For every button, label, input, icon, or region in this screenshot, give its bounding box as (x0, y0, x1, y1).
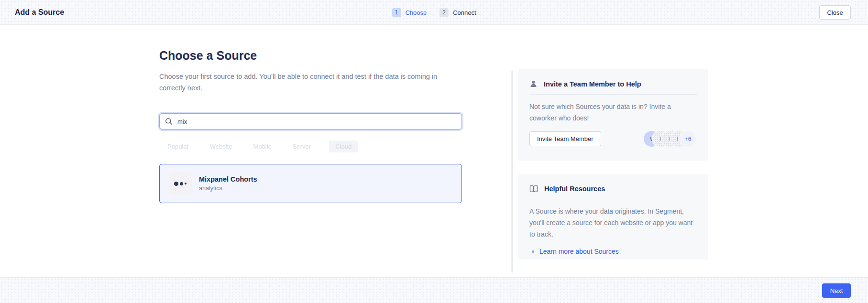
step-connect[interactable]: 2 Connect (439, 8, 476, 17)
tab-website[interactable]: Website (210, 143, 232, 150)
divider (529, 94, 697, 95)
search-input[interactable] (159, 113, 462, 130)
category-tabs: Popular Website Mobile Server Cloud (159, 140, 462, 152)
next-button[interactable]: Next (822, 283, 851, 298)
source-card-title: Mixpanel Cohorts (199, 175, 257, 183)
modal-header: Add a Source 1 Choose 2 Connect Close (0, 0, 868, 25)
help-sidebar: Invite a Team Member to Help Not sure wh… (518, 69, 708, 260)
choose-source-section: Choose a Source Choose your first source… (159, 25, 462, 203)
invite-panel-title: Invite a Team Member to Help (544, 80, 641, 88)
invite-panel-body: Not sure which Sources your data is in? … (529, 101, 697, 124)
team-avatar-stack: V T T R +6 (644, 131, 697, 147)
resources-panel-title: Helpful Resources (544, 185, 605, 193)
source-card-text: Mixpanel Cohorts analytics (199, 175, 257, 192)
modal-content: Choose a Source Choose your first source… (0, 25, 868, 277)
page-description: Choose your first source to add. You’ll … (159, 71, 446, 94)
source-card-mixpanel-cohorts[interactable]: Mixpanel Cohorts analytics (159, 164, 462, 203)
search-icon (165, 118, 173, 125)
step-1-number-badge: 1 (392, 8, 401, 17)
invite-team-panel: Invite a Team Member to Help Not sure wh… (518, 69, 708, 161)
source-card-category: analytics (199, 185, 257, 192)
source-search (159, 113, 462, 130)
tab-popular[interactable]: Popular (167, 143, 189, 150)
step-2-label: Connect (453, 9, 476, 16)
modal-title: Add a Source (15, 8, 64, 17)
invite-team-member-button[interactable]: Invite Team Member (529, 131, 601, 146)
bullet-icon (532, 250, 534, 253)
person-icon (529, 80, 538, 88)
add-source-modal: Add a Source 1 Choose 2 Connect Close Ch… (0, 0, 868, 303)
step-2-number-badge: 2 (439, 8, 449, 17)
resources-panel-header: Helpful Resources (529, 174, 697, 193)
avatar-overflow-badge: +6 (680, 131, 696, 147)
resource-link-item: Learn more about Sources (529, 248, 697, 255)
invite-panel-header: Invite a Team Member to Help (529, 69, 697, 88)
content-scrollbar[interactable] (511, 71, 513, 272)
modal-footer: Next (0, 277, 868, 303)
learn-more-sources-link[interactable]: Learn more about Sources (539, 248, 619, 255)
tab-cloud[interactable]: Cloud (329, 141, 358, 152)
tab-server[interactable]: Server (293, 143, 311, 150)
invite-row: Invite Team Member V T T R +6 (529, 131, 697, 147)
resources-panel-body: A Source is where your data originates. … (529, 206, 697, 240)
mixpanel-logo-icon (169, 172, 192, 195)
wizard-stepper: 1 Choose 2 Connect (392, 0, 476, 25)
step-choose[interactable]: 1 Choose (392, 8, 427, 17)
close-button[interactable]: Close (819, 5, 851, 20)
helpful-resources-panel: Helpful Resources A Source is where your… (518, 174, 708, 260)
step-1-label: Choose (405, 9, 427, 16)
divider (529, 199, 697, 199)
tab-mobile[interactable]: Mobile (253, 143, 272, 150)
book-icon (529, 185, 538, 193)
page-title: Choose a Source (159, 48, 462, 63)
